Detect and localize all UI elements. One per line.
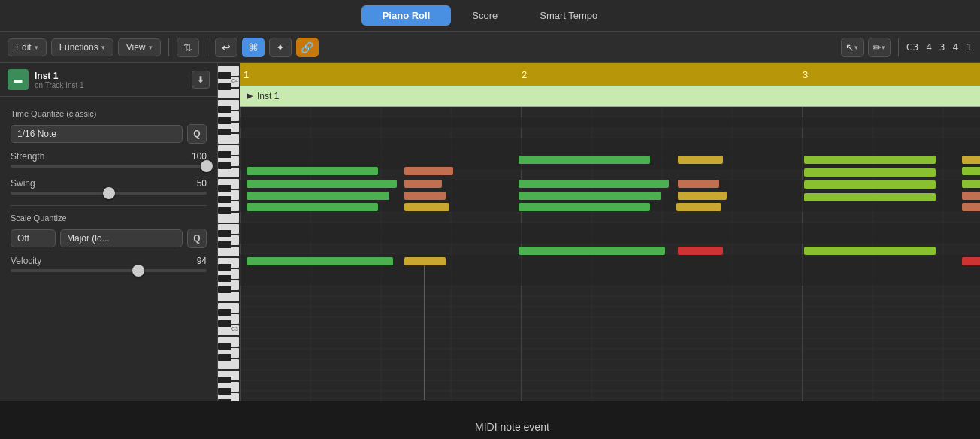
svg-rect-38	[218, 151, 231, 158]
view-arrow-icon: ▾	[149, 44, 153, 51]
note-6[interactable]	[962, 156, 980, 164]
scale-quantize-q-button[interactable]: Q	[187, 229, 207, 248]
strength-slider-track[interactable]	[11, 165, 207, 168]
tab-piano-roll[interactable]: Piano Roll	[361, 5, 452, 26]
svg-rect-43	[218, 230, 231, 237]
svg-text:C4: C4	[231, 78, 238, 83]
swing-slider-row: Swing 50	[11, 178, 207, 195]
svg-rect-37	[218, 129, 231, 135]
annotation-container: MIDI note event	[475, 421, 549, 433]
svg-rect-72	[240, 265, 980, 275]
piano-roll-area: 1 2 3 ▶ Inst 1	[240, 63, 980, 401]
pointer-arrow-icon: ▾	[854, 44, 858, 51]
pointer-tool-button[interactable]: ↖ ▾	[841, 38, 864, 57]
note-5[interactable]	[804, 156, 936, 164]
note-20[interactable]	[519, 203, 650, 211]
link-icon-button[interactable]: 🔗	[296, 38, 319, 57]
tab-smart-tempo[interactable]: Smart Tempo	[519, 5, 619, 26]
note-30[interactable]	[962, 203, 980, 211]
strength-slider-thumb[interactable]	[201, 160, 213, 172]
scale-off-select[interactable]: Off	[11, 229, 56, 247]
quantize-icon: ⇅	[183, 41, 192, 53]
toolbar-right: ↖ ▾ ✏ ▾ C3 4 3 4 1	[841, 38, 972, 57]
note-1[interactable]	[247, 167, 378, 175]
bar-1: 1	[243, 69, 249, 80]
svg-rect-69	[240, 223, 980, 233]
loop-icon-button[interactable]: ↩	[215, 38, 237, 57]
pencil-icon: ✏	[873, 41, 882, 53]
svg-rect-62	[240, 117, 980, 128]
velocity-label-row: Velocity 94	[11, 256, 207, 266]
note-9[interactable]	[519, 180, 669, 188]
note-18[interactable]	[247, 203, 378, 211]
velocity-slider-thumb[interactable]	[132, 265, 144, 277]
track-name: Inst 1	[35, 71, 186, 81]
separator-3	[898, 38, 899, 56]
note-2[interactable]	[404, 167, 453, 175]
scale-type-select[interactable]: Major (lo...	[60, 229, 183, 247]
chord-icon: ⌘	[248, 41, 259, 53]
time-quantize-row: 1/16 Note Q	[11, 124, 207, 144]
note-15[interactable]	[678, 192, 727, 200]
functions-menu-button[interactable]: Functions ▾	[51, 38, 113, 56]
note-25[interactable]	[404, 257, 446, 265]
note-13[interactable]	[404, 192, 446, 200]
note-19[interactable]	[404, 203, 449, 211]
note-10[interactable]	[678, 180, 719, 188]
time-quantize-q-button[interactable]: Q	[187, 124, 207, 144]
svg-rect-34	[218, 83, 231, 90]
svg-rect-39	[218, 162, 231, 169]
note-23[interactable]	[962, 180, 980, 188]
grid-canvas[interactable]	[240, 107, 980, 401]
svg-rect-70	[240, 233, 980, 244]
track-sub: on Track Inst 1	[35, 81, 186, 89]
velocity-value: 94	[197, 256, 207, 266]
note-31[interactable]	[962, 257, 980, 265]
note-16[interactable]	[804, 180, 936, 189]
separator-1	[168, 38, 169, 56]
pencil-tool-button[interactable]: ✏ ▾	[868, 38, 891, 57]
svg-rect-46	[218, 275, 231, 282]
track-download-button[interactable]: ⬇	[192, 71, 210, 89]
note-12[interactable]	[247, 192, 389, 200]
left-panel: ▬ Inst 1 on Track Inst 1 ⬇ Time Quantize…	[0, 63, 218, 401]
swing-slider-thumb[interactable]	[103, 187, 115, 199]
note-22[interactable]	[804, 193, 936, 201]
note-4[interactable]	[678, 156, 723, 164]
time-quantize-select[interactable]: 1/16 Note	[11, 125, 183, 143]
strength-label: Strength	[11, 151, 44, 162]
scale-quantize-label: Scale Quantize	[11, 213, 207, 223]
note-8[interactable]	[404, 180, 442, 188]
note-29[interactable]	[962, 192, 980, 200]
note-24[interactable]	[247, 257, 393, 265]
note-26[interactable]	[519, 247, 665, 255]
note-21[interactable]	[676, 203, 721, 211]
tab-score[interactable]: Score	[451, 5, 519, 26]
note-28[interactable]	[804, 247, 936, 255]
svg-rect-54	[218, 399, 231, 401]
separator-2	[207, 38, 207, 56]
midi-icon-button[interactable]: ✦	[269, 38, 292, 57]
svg-rect-40	[218, 185, 231, 192]
svg-rect-52	[218, 377, 231, 383]
note-3[interactable]	[519, 156, 650, 164]
midi-icon: ✦	[276, 41, 285, 53]
note-14[interactable]	[519, 192, 661, 200]
svg-rect-50	[218, 343, 231, 350]
quantize-icon-button[interactable]: ⇅	[177, 38, 199, 57]
view-menu-button[interactable]: View ▾	[118, 38, 161, 56]
note-27[interactable]	[678, 247, 723, 255]
velocity-slider-track[interactable]	[11, 269, 207, 272]
strength-slider-row: Strength 100	[11, 151, 207, 168]
edit-menu-button[interactable]: Edit ▾	[8, 38, 47, 56]
track-header: ▬ Inst 1 on Track Inst 1 ⬇	[0, 63, 217, 97]
svg-rect-33	[218, 72, 231, 79]
region-label-bar: ▶ Inst 1	[240, 86, 980, 107]
swing-slider-track[interactable]	[11, 192, 207, 195]
note-17[interactable]	[962, 167, 980, 175]
note-11[interactable]	[804, 168, 936, 177]
loop-icon: ↩	[222, 41, 231, 53]
note-7[interactable]	[247, 180, 397, 188]
svg-rect-49	[218, 320, 231, 327]
chord-icon-button[interactable]: ⌘	[242, 38, 265, 57]
